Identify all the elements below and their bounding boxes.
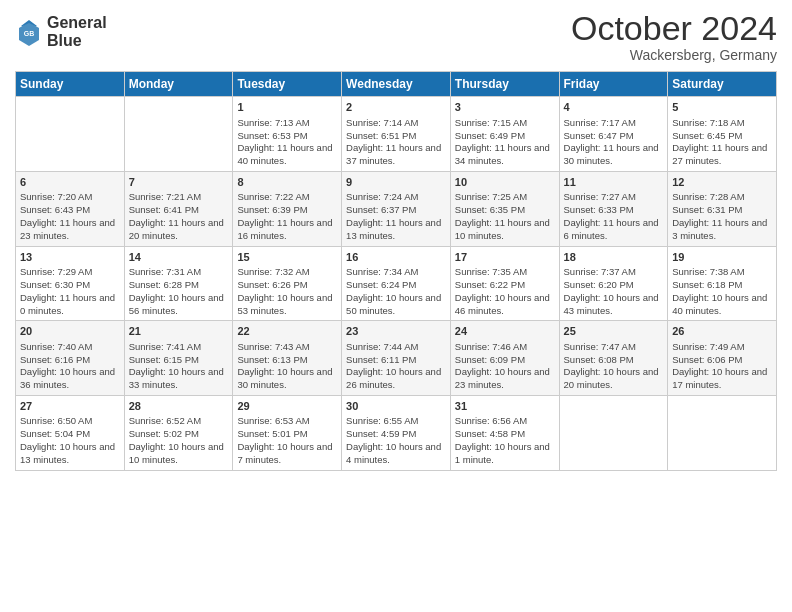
day-number: 10 bbox=[455, 175, 555, 190]
day-number: 3 bbox=[455, 100, 555, 115]
calendar-cell: 18Sunrise: 7:37 AM Sunset: 6:20 PM Dayli… bbox=[559, 246, 668, 321]
cell-content: Sunrise: 7:37 AM Sunset: 6:20 PM Dayligh… bbox=[564, 266, 664, 317]
cell-content: Sunrise: 7:22 AM Sunset: 6:39 PM Dayligh… bbox=[237, 191, 337, 242]
calendar-cell: 21Sunrise: 7:41 AM Sunset: 6:15 PM Dayli… bbox=[124, 321, 233, 396]
cell-content: Sunrise: 7:18 AM Sunset: 6:45 PM Dayligh… bbox=[672, 117, 772, 168]
cell-content: Sunrise: 7:28 AM Sunset: 6:31 PM Dayligh… bbox=[672, 191, 772, 242]
month-title: October 2024 bbox=[571, 10, 777, 47]
calendar-cell: 12Sunrise: 7:28 AM Sunset: 6:31 PM Dayli… bbox=[668, 172, 777, 247]
cell-content: Sunrise: 7:47 AM Sunset: 6:08 PM Dayligh… bbox=[564, 341, 664, 392]
day-number: 23 bbox=[346, 324, 446, 339]
cell-content: Sunrise: 7:15 AM Sunset: 6:49 PM Dayligh… bbox=[455, 117, 555, 168]
cell-content: Sunrise: 6:55 AM Sunset: 4:59 PM Dayligh… bbox=[346, 415, 446, 466]
calendar-cell: 29Sunrise: 6:53 AM Sunset: 5:01 PM Dayli… bbox=[233, 395, 342, 470]
logo-line1: General bbox=[47, 14, 107, 32]
day-number: 2 bbox=[346, 100, 446, 115]
column-header-saturday: Saturday bbox=[668, 72, 777, 97]
cell-content: Sunrise: 7:21 AM Sunset: 6:41 PM Dayligh… bbox=[129, 191, 229, 242]
week-row: 27Sunrise: 6:50 AM Sunset: 5:04 PM Dayli… bbox=[16, 395, 777, 470]
day-number: 8 bbox=[237, 175, 337, 190]
calendar-cell: 19Sunrise: 7:38 AM Sunset: 6:18 PM Dayli… bbox=[668, 246, 777, 321]
title-block: October 2024 Wackersberg, Germany bbox=[571, 10, 777, 63]
calendar-cell: 16Sunrise: 7:34 AM Sunset: 6:24 PM Dayli… bbox=[342, 246, 451, 321]
cell-content: Sunrise: 7:44 AM Sunset: 6:11 PM Dayligh… bbox=[346, 341, 446, 392]
cell-content: Sunrise: 7:20 AM Sunset: 6:43 PM Dayligh… bbox=[20, 191, 120, 242]
column-header-thursday: Thursday bbox=[450, 72, 559, 97]
calendar-cell bbox=[124, 97, 233, 172]
cell-content: Sunrise: 7:13 AM Sunset: 6:53 PM Dayligh… bbox=[237, 117, 337, 168]
cell-content: Sunrise: 7:38 AM Sunset: 6:18 PM Dayligh… bbox=[672, 266, 772, 317]
column-header-tuesday: Tuesday bbox=[233, 72, 342, 97]
day-number: 1 bbox=[237, 100, 337, 115]
cell-content: Sunrise: 7:24 AM Sunset: 6:37 PM Dayligh… bbox=[346, 191, 446, 242]
day-number: 9 bbox=[346, 175, 446, 190]
day-number: 26 bbox=[672, 324, 772, 339]
calendar-cell: 6Sunrise: 7:20 AM Sunset: 6:43 PM Daylig… bbox=[16, 172, 125, 247]
svg-text:GB: GB bbox=[24, 30, 35, 37]
week-row: 1Sunrise: 7:13 AM Sunset: 6:53 PM Daylig… bbox=[16, 97, 777, 172]
calendar-cell: 5Sunrise: 7:18 AM Sunset: 6:45 PM Daylig… bbox=[668, 97, 777, 172]
day-number: 27 bbox=[20, 399, 120, 414]
cell-content: Sunrise: 7:40 AM Sunset: 6:16 PM Dayligh… bbox=[20, 341, 120, 392]
logo-text: General Blue bbox=[47, 14, 107, 49]
calendar-cell: 23Sunrise: 7:44 AM Sunset: 6:11 PM Dayli… bbox=[342, 321, 451, 396]
calendar-cell: 1Sunrise: 7:13 AM Sunset: 6:53 PM Daylig… bbox=[233, 97, 342, 172]
cell-content: Sunrise: 7:17 AM Sunset: 6:47 PM Dayligh… bbox=[564, 117, 664, 168]
cell-content: Sunrise: 7:14 AM Sunset: 6:51 PM Dayligh… bbox=[346, 117, 446, 168]
calendar-cell: 24Sunrise: 7:46 AM Sunset: 6:09 PM Dayli… bbox=[450, 321, 559, 396]
calendar-cell: 17Sunrise: 7:35 AM Sunset: 6:22 PM Dayli… bbox=[450, 246, 559, 321]
cell-content: Sunrise: 7:32 AM Sunset: 6:26 PM Dayligh… bbox=[237, 266, 337, 317]
cell-content: Sunrise: 7:43 AM Sunset: 6:13 PM Dayligh… bbox=[237, 341, 337, 392]
day-number: 16 bbox=[346, 250, 446, 265]
week-row: 6Sunrise: 7:20 AM Sunset: 6:43 PM Daylig… bbox=[16, 172, 777, 247]
week-row: 20Sunrise: 7:40 AM Sunset: 6:16 PM Dayli… bbox=[16, 321, 777, 396]
cell-content: Sunrise: 7:46 AM Sunset: 6:09 PM Dayligh… bbox=[455, 341, 555, 392]
location: Wackersberg, Germany bbox=[571, 47, 777, 63]
calendar-cell bbox=[668, 395, 777, 470]
logo-line2: Blue bbox=[47, 32, 107, 50]
day-number: 21 bbox=[129, 324, 229, 339]
day-number: 29 bbox=[237, 399, 337, 414]
calendar-cell: 22Sunrise: 7:43 AM Sunset: 6:13 PM Dayli… bbox=[233, 321, 342, 396]
day-number: 15 bbox=[237, 250, 337, 265]
logo-icon: GB bbox=[15, 18, 43, 46]
calendar-cell: 25Sunrise: 7:47 AM Sunset: 6:08 PM Dayli… bbox=[559, 321, 668, 396]
column-header-sunday: Sunday bbox=[16, 72, 125, 97]
calendar-cell: 10Sunrise: 7:25 AM Sunset: 6:35 PM Dayli… bbox=[450, 172, 559, 247]
header-row: SundayMondayTuesdayWednesdayThursdayFrid… bbox=[16, 72, 777, 97]
page: GB General Blue October 2024 Wackersberg… bbox=[0, 0, 792, 612]
calendar-cell: 20Sunrise: 7:40 AM Sunset: 6:16 PM Dayli… bbox=[16, 321, 125, 396]
calendar-cell: 27Sunrise: 6:50 AM Sunset: 5:04 PM Dayli… bbox=[16, 395, 125, 470]
column-header-friday: Friday bbox=[559, 72, 668, 97]
day-number: 4 bbox=[564, 100, 664, 115]
calendar-cell: 28Sunrise: 6:52 AM Sunset: 5:02 PM Dayli… bbox=[124, 395, 233, 470]
calendar-cell: 2Sunrise: 7:14 AM Sunset: 6:51 PM Daylig… bbox=[342, 97, 451, 172]
day-number: 25 bbox=[564, 324, 664, 339]
cell-content: Sunrise: 7:49 AM Sunset: 6:06 PM Dayligh… bbox=[672, 341, 772, 392]
cell-content: Sunrise: 7:29 AM Sunset: 6:30 PM Dayligh… bbox=[20, 266, 120, 317]
day-number: 31 bbox=[455, 399, 555, 414]
cell-content: Sunrise: 6:53 AM Sunset: 5:01 PM Dayligh… bbox=[237, 415, 337, 466]
day-number: 24 bbox=[455, 324, 555, 339]
calendar-cell: 4Sunrise: 7:17 AM Sunset: 6:47 PM Daylig… bbox=[559, 97, 668, 172]
calendar-cell: 14Sunrise: 7:31 AM Sunset: 6:28 PM Dayli… bbox=[124, 246, 233, 321]
day-number: 14 bbox=[129, 250, 229, 265]
day-number: 5 bbox=[672, 100, 772, 115]
day-number: 20 bbox=[20, 324, 120, 339]
cell-content: Sunrise: 7:34 AM Sunset: 6:24 PM Dayligh… bbox=[346, 266, 446, 317]
day-number: 30 bbox=[346, 399, 446, 414]
calendar-cell: 15Sunrise: 7:32 AM Sunset: 6:26 PM Dayli… bbox=[233, 246, 342, 321]
cell-content: Sunrise: 7:41 AM Sunset: 6:15 PM Dayligh… bbox=[129, 341, 229, 392]
week-row: 13Sunrise: 7:29 AM Sunset: 6:30 PM Dayli… bbox=[16, 246, 777, 321]
calendar-cell: 7Sunrise: 7:21 AM Sunset: 6:41 PM Daylig… bbox=[124, 172, 233, 247]
calendar-cell: 8Sunrise: 7:22 AM Sunset: 6:39 PM Daylig… bbox=[233, 172, 342, 247]
day-number: 19 bbox=[672, 250, 772, 265]
day-number: 11 bbox=[564, 175, 664, 190]
cell-content: Sunrise: 6:52 AM Sunset: 5:02 PM Dayligh… bbox=[129, 415, 229, 466]
cell-content: Sunrise: 7:25 AM Sunset: 6:35 PM Dayligh… bbox=[455, 191, 555, 242]
day-number: 22 bbox=[237, 324, 337, 339]
cell-content: Sunrise: 7:35 AM Sunset: 6:22 PM Dayligh… bbox=[455, 266, 555, 317]
logo: GB General Blue bbox=[15, 14, 107, 49]
cell-content: Sunrise: 6:56 AM Sunset: 4:58 PM Dayligh… bbox=[455, 415, 555, 466]
day-number: 12 bbox=[672, 175, 772, 190]
